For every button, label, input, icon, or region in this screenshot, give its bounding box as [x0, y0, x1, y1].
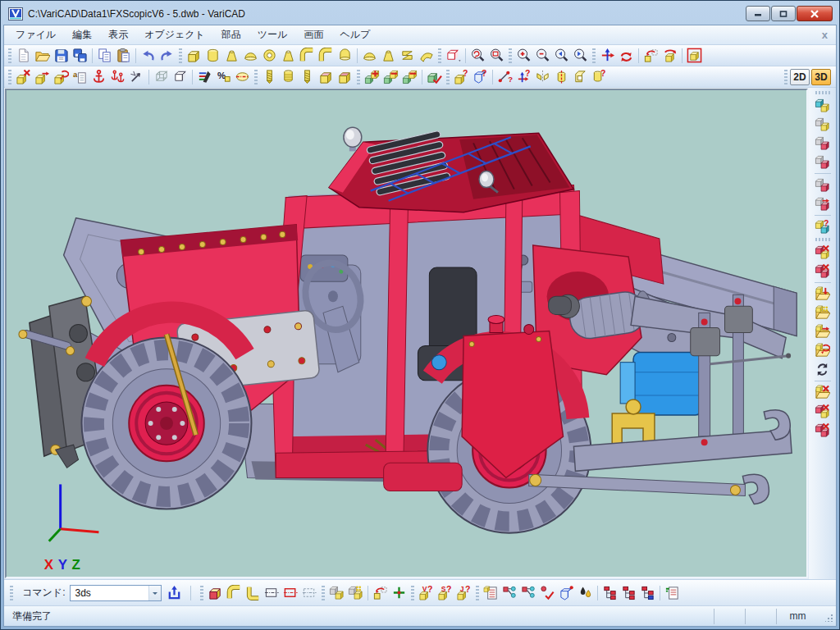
transform-part-button[interactable]: [371, 584, 390, 602]
boolean-cut-button[interactable]: [400, 68, 419, 86]
check-links-button[interactable]: [538, 584, 557, 602]
solid-pipe-bend-button[interactable]: [317, 47, 336, 65]
solid-attributes-button[interactable]: a: [71, 68, 89, 86]
solid-cylinder-button[interactable]: [203, 47, 222, 65]
thread-hole-button[interactable]: [279, 68, 298, 86]
resize-grip[interactable]: [822, 609, 834, 624]
measure-distance-button[interactable]: ?: [495, 68, 514, 86]
solid-half-cylinder-button[interactable]: [336, 47, 354, 65]
open-file-button[interactable]: [33, 47, 52, 65]
minimize-button[interactable]: [746, 6, 770, 21]
assembly-list-button[interactable]: [619, 584, 638, 602]
menu-item-4[interactable]: 部品: [213, 25, 249, 44]
shell-solid-button[interactable]: [571, 68, 590, 86]
part-origin-button[interactable]: [557, 584, 576, 602]
blank-solid-button[interactable]: [813, 176, 833, 194]
solid-z-profile-button[interactable]: [398, 47, 417, 65]
delete-all-hidden-button[interactable]: [813, 421, 833, 440]
identify-assembly-button[interactable]: ?: [471, 68, 490, 86]
view-3d-button[interactable]: 3D: [811, 69, 831, 85]
menu-item-0[interactable]: ファイル: [7, 25, 64, 44]
section-solid-button[interactable]: [233, 68, 252, 86]
show-solid-button[interactable]: [813, 153, 833, 171]
insert-anchor-button[interactable]: [89, 68, 108, 86]
zoom-rotate-view-button[interactable]: [468, 47, 487, 65]
drill-cone-button[interactable]: [298, 68, 317, 86]
load-from-library-button[interactable]: [813, 304, 833, 322]
new-file-button[interactable]: [14, 47, 33, 65]
render-quality-button[interactable]: [576, 584, 595, 602]
move-rotate-solid-button[interactable]: [52, 68, 71, 86]
assembly-structure-button[interactable]: [638, 584, 657, 602]
menu-item-5[interactable]: ツール: [249, 25, 296, 44]
undo-button[interactable]: [139, 47, 158, 65]
cylinder-info-button[interactable]: ?: [590, 68, 609, 86]
solid-pipe-elbow-button[interactable]: [298, 47, 317, 65]
restore-button[interactable]: [771, 6, 796, 21]
solid-axis-button[interactable]: [552, 68, 571, 86]
redo-button[interactable]: [158, 47, 176, 65]
title-bar[interactable]: C:\VariCAD\Data1\FXScopicV6 - 5.dwb - Va…: [3, 1, 837, 25]
part-pipe-button[interactable]: [225, 584, 244, 602]
move-view-button[interactable]: [598, 47, 617, 65]
command-input[interactable]: 3ds: [70, 585, 162, 601]
assembly-tree-button[interactable]: [600, 584, 619, 602]
part-section-hidden-button[interactable]: [300, 584, 319, 602]
info-volume-button[interactable]: V?: [417, 584, 436, 602]
zoom-in-button[interactable]: [514, 47, 533, 65]
part-section-view-button[interactable]: [262, 584, 281, 602]
copy-from-library-button[interactable]: [813, 341, 833, 360]
identify-solid-button[interactable]: ?: [452, 68, 471, 86]
chamfer-edge-button[interactable]: [336, 68, 354, 86]
pen-settings-button[interactable]: [195, 68, 214, 86]
erase-all-solids-button[interactable]: [813, 262, 833, 281]
paste-from-clipboard-button[interactable]: [114, 47, 133, 65]
menu-item-3[interactable]: オブジェクト: [136, 25, 213, 44]
attribute-list-button[interactable]: [663, 584, 682, 602]
part-list-button[interactable]: [482, 584, 500, 602]
delete-from-library-button[interactable]: [813, 383, 833, 402]
menu-item-7[interactable]: ヘルプ: [331, 25, 378, 44]
erase-solids-button[interactable]: [813, 243, 833, 262]
unblank-solid-button[interactable]: [813, 194, 833, 213]
copy-solid-position-button[interactable]: [641, 47, 660, 65]
rotate-view-button[interactable]: [617, 47, 636, 65]
copy-to-clipboard-button[interactable]: [95, 47, 114, 65]
delete-solid-button[interactable]: [14, 68, 33, 86]
insert-to-library-button[interactable]: [813, 285, 833, 304]
menu-item-1[interactable]: 編集: [64, 25, 100, 44]
solid-sphere-quarter-button[interactable]: [360, 47, 379, 65]
solid-pointed-cone-button[interactable]: [379, 47, 398, 65]
solid-cone-button[interactable]: [222, 47, 241, 65]
display-solid-button[interactable]: [813, 115, 833, 134]
viewport[interactable]: X Y Z: [5, 89, 808, 578]
save-file-button[interactable]: [52, 47, 71, 65]
menu-item-6[interactable]: 画面: [295, 25, 331, 44]
move-part-button[interactable]: [327, 584, 346, 602]
copy-part-button[interactable]: [346, 584, 365, 602]
save-all-button[interactable]: [71, 47, 89, 65]
shaded-display-button[interactable]: [171, 68, 189, 86]
mirror-solid-button[interactable]: [533, 68, 552, 86]
part-section-red-button[interactable]: [281, 584, 300, 602]
delete-hidden-solid-button[interactable]: [813, 402, 833, 421]
run-command-button[interactable]: [165, 584, 184, 602]
solid-hollow-cone-button[interactable]: [279, 47, 298, 65]
drill-hole-button[interactable]: [260, 68, 279, 86]
link-parts-button[interactable]: [500, 584, 519, 602]
boolean-subtract-button[interactable]: [381, 68, 400, 86]
view-orientation-button[interactable]: [444, 47, 463, 65]
measure-axes-button[interactable]: ?: [514, 68, 533, 86]
position-part-button[interactable]: [390, 584, 409, 602]
info-inertia-button[interactable]: J?: [454, 584, 473, 602]
zoom-out-button[interactable]: [533, 47, 552, 65]
view-2d-button[interactable]: 2D: [790, 69, 810, 85]
menu-item-2[interactable]: 表示: [100, 25, 136, 44]
move-to-library-button[interactable]: [813, 322, 833, 341]
menu-close-icon[interactable]: x: [822, 29, 828, 41]
measure-point-button[interactable]: [127, 68, 146, 86]
boolean-add-button[interactable]: [363, 68, 381, 86]
scale-solid-button[interactable]: %: [214, 68, 233, 86]
view-previous-button[interactable]: [552, 47, 571, 65]
anchor-solid-group-button[interactable]: [108, 68, 127, 86]
